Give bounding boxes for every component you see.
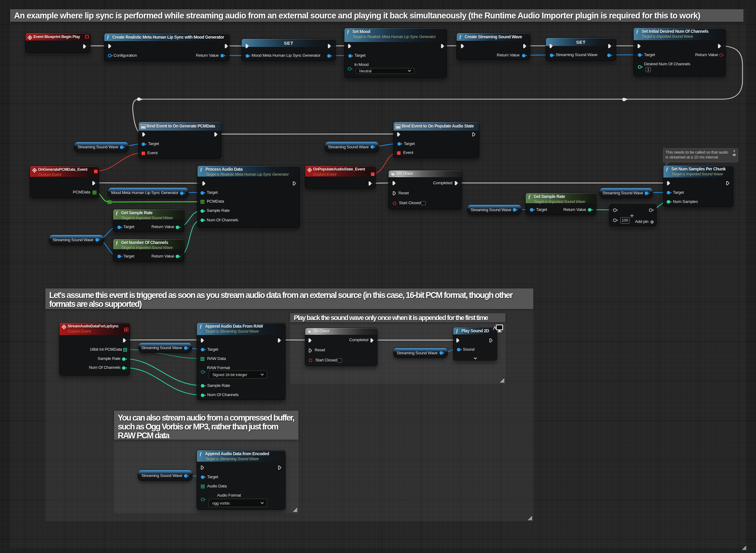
svg-text:1: 1 <box>307 329 309 331</box>
svg-text:1: 1 <box>391 172 392 174</box>
